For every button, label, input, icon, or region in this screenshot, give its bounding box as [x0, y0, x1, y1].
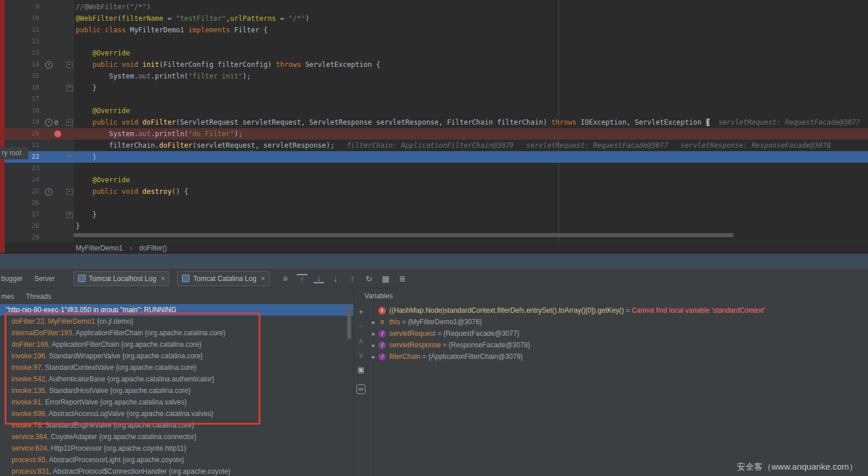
code-text: @WebFilter(filterName = "testFilter",url…: [76, 13, 868, 24]
move-down-icon[interactable]: ↓: [330, 273, 341, 284]
code-line[interactable]: 27¬ }: [5, 209, 868, 220]
gutter-icons: [44, 36, 65, 47]
code-line[interactable]: 14↑− public void init(FilterConfig filte…: [5, 59, 868, 70]
field-icon: f: [378, 353, 386, 361]
code-line[interactable]: 18 @Override: [5, 105, 868, 117]
tab-label: Tomcat Catalina Log: [193, 275, 256, 283]
variable-name: this: [389, 318, 400, 326]
fold-marker-icon[interactable]: −: [65, 59, 76, 70]
move-up-icon[interactable]: ↑: [347, 273, 357, 284]
tab-debugger[interactable]: bugger: [1, 275, 23, 283]
annotation-gutter-icon: @: [54, 117, 58, 128]
scroll-to-end-icon[interactable]: ↓: [314, 274, 324, 283]
gutter-icons: [44, 82, 65, 93]
gutter-icons: [44, 13, 65, 24]
code-line[interactable]: 20 System.out.println("do Filter");: [5, 128, 868, 140]
fold-column: [65, 128, 76, 140]
variable-row[interactable]: ▸ffilterChain = {ApplicationFilterChain@…: [369, 351, 868, 362]
line-number: 24: [5, 174, 44, 186]
filter-settings-icon[interactable]: ≣: [397, 273, 408, 284]
code-line[interactable]: 15 System.out.println("filter init");: [5, 70, 868, 82]
code-line[interactable]: 21 filterChain.doFilter(servletRequest, …: [5, 140, 868, 151]
code-editor[interactable]: 9//@WebFilter("/*")10@WebFilter(filterNa…: [0, 0, 868, 241]
fold-column: [65, 70, 76, 82]
tab-tomcat-localhost-log[interactable]: Tomcat Localhost Log ×: [73, 271, 170, 286]
editor-horizontal-scrollbar[interactable]: [73, 233, 733, 237]
add-watch-icon[interactable]: +: [359, 308, 363, 316]
evaluate-watches-icon[interactable]: ∞: [356, 384, 366, 394]
table-view-icon[interactable]: ▦: [381, 273, 391, 284]
fold-marker-icon[interactable]: −: [65, 117, 76, 128]
line-number: 19: [5, 117, 44, 128]
stack-frame-row[interactable]: service:364, CoyoteAdapter {org.apache.c…: [0, 431, 353, 443]
close-tab-icon[interactable]: ×: [161, 275, 165, 283]
line-number: 28: [5, 220, 44, 232]
variable-row[interactable]: ▸fservletResponse = {ResponseFacade@3078…: [369, 339, 868, 351]
remove-watch-icon[interactable]: −: [359, 322, 363, 331]
line-number: 27: [5, 209, 44, 220]
line-number: 12: [5, 36, 44, 47]
project-root-label[interactable]: ry root: [0, 147, 28, 159]
fold-marker-icon[interactable]: ¬: [65, 82, 76, 93]
code-text: [76, 197, 868, 209]
code-line[interactable]: 19↑@− public void doFilter(ServletReques…: [5, 117, 868, 128]
override-method-icon[interactable]: ↑: [45, 188, 53, 196]
code-text: System.out.println("filter init");: [76, 70, 868, 82]
code-line[interactable]: 16¬ }: [5, 82, 868, 93]
stack-frame-row[interactable]: process:831, AbstractProtocol$Connection…: [0, 466, 353, 476]
watch-expression: ((HashMap.Node)standardContext.filterDef…: [389, 306, 624, 314]
override-method-icon[interactable]: ↑: [45, 119, 53, 126]
watch-expression-row[interactable]: !((HashMap.Node)standardContext.filterDe…: [369, 305, 868, 316]
code-line[interactable]: 9//@WebFilter("/*"): [5, 1, 868, 13]
variable-row[interactable]: ▸≡this = {MyFilterDemo1@3076}: [369, 316, 868, 328]
intellij-debug-window: 9//@WebFilter("/*")10@WebFilter(filterNa…: [0, 0, 868, 476]
gutter-icons: ↑@: [44, 117, 65, 128]
scroll-to-top-icon[interactable]: ↑: [297, 274, 307, 283]
stack-frame-row[interactable]: process:65, AbstractProcessorLight {org.…: [0, 454, 353, 466]
breadcrumb-class[interactable]: MyFilterDemo1: [76, 244, 122, 252]
code-line[interactable]: 22¬ }: [5, 151, 868, 163]
tab-frames[interactable]: mes: [1, 293, 14, 301]
code-line[interactable]: 24 @Override: [5, 174, 868, 186]
code-line[interactable]: 28}: [5, 220, 868, 232]
variables-toolbar: +−∧∨▣∞: [354, 304, 368, 476]
error-icon: !: [378, 307, 386, 314]
move-watch-down-icon[interactable]: ∨: [358, 351, 364, 359]
line-number: 17: [5, 93, 44, 105]
fold-marker-icon[interactable]: ¬: [65, 209, 76, 220]
move-watch-up-icon[interactable]: ∧: [358, 336, 364, 345]
fold-column: [65, 174, 76, 186]
fold-marker-icon[interactable]: ¬: [65, 151, 76, 163]
expand-arrow-icon[interactable]: ▸: [369, 342, 378, 349]
expand-arrow-icon[interactable]: ▸: [369, 330, 378, 338]
view-options-icon[interactable]: ≡: [280, 273, 290, 284]
code-line[interactable]: 12: [5, 36, 868, 47]
code-line[interactable]: 13 @Override: [5, 47, 868, 59]
breakpoint-icon[interactable]: [54, 130, 61, 137]
refresh-icon[interactable]: ↻: [364, 273, 374, 284]
tab-server[interactable]: Server: [34, 275, 54, 283]
frames-scrollbar[interactable]: [347, 306, 351, 339]
code-line[interactable]: 10@WebFilter(filterName = "testFilter",u…: [5, 13, 868, 24]
code-text: @Override: [76, 174, 868, 186]
duplicate-watch-icon[interactable]: ▣: [357, 365, 364, 374]
code-line[interactable]: 11public class MyFilterDemo1 implements …: [5, 24, 868, 36]
expand-arrow-icon[interactable]: ▸: [369, 318, 378, 326]
fold-marker-icon[interactable]: −: [65, 186, 76, 197]
variable-row[interactable]: ▸fservletRequest = {RequestFacade@3077}: [369, 328, 868, 339]
code-line[interactable]: 23: [5, 163, 868, 174]
code-line[interactable]: 17: [5, 93, 868, 105]
breadcrumb-method[interactable]: doFilter(): [139, 244, 167, 252]
stack-frame-row[interactable]: service:624, Http11Processor {org.apache…: [0, 443, 353, 454]
gutter-icons: [44, 174, 65, 186]
code-line[interactable]: 25↑− public void destroy() {: [5, 186, 868, 197]
tab-threads[interactable]: Threads: [26, 293, 51, 301]
gutter-icons: [44, 232, 65, 241]
code-line[interactable]: 26: [5, 197, 868, 209]
line-number: 26: [5, 197, 44, 209]
gutter-icons: [44, 151, 65, 163]
close-tab-icon[interactable]: ×: [261, 275, 265, 283]
override-method-icon[interactable]: ↑: [45, 61, 53, 69]
tab-tomcat-catalina-log[interactable]: Tomcat Catalina Log ×: [177, 271, 269, 286]
expand-arrow-icon[interactable]: ▸: [369, 353, 378, 361]
